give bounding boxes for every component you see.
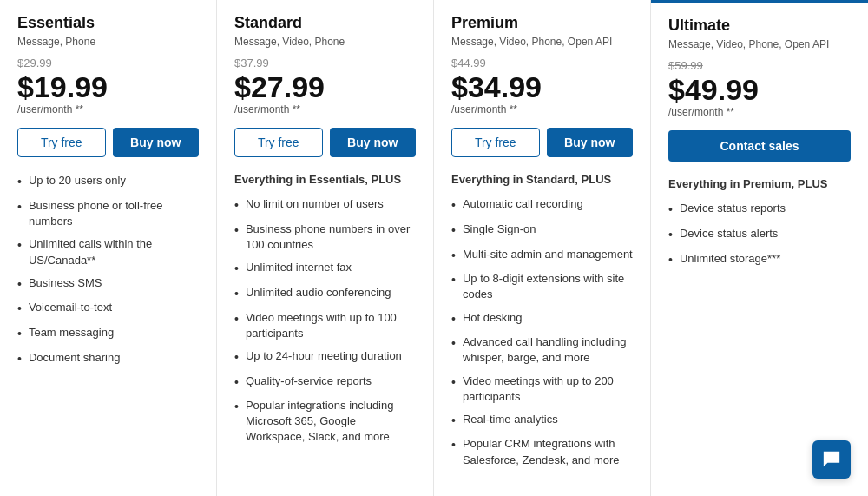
original-price-ultimate: $59.99 [668,59,851,72]
bullet-icon: • [234,197,239,215]
list-item: •Real-time analytics [451,412,633,430]
plan-tagline-premium: Message, Video, Phone, Open API [451,36,633,48]
plan-name-ultimate: Ultimate [668,17,851,35]
bullet-icon: • [234,374,239,392]
plan-col-standard: StandardMessage, Video, Phone$37.99$27.9… [217,0,434,496]
section-label-standard: Everything in Essentials, PLUS [234,173,416,186]
feature-text: Quality-of-service reports [246,374,372,389]
button-row-premium: Try freeBuy now [451,128,633,157]
plan-tagline-ultimate: Message, Video, Phone, Open API [668,38,851,50]
bullet-icon: • [451,437,456,454]
feature-text: Unlimited audio conferencing [246,285,391,301]
feature-text: Unlimited internet fax [246,260,352,275]
feature-text: Up to 24-hour meeting duration [246,348,402,364]
feature-text: Up to 8-digit extensions with site codes [463,271,633,302]
plan-col-essentials: EssentialsMessage, Phone$29.99$19.99/use… [0,0,217,496]
list-item: •Unlimited audio conferencing [234,285,416,303]
feature-text: Popular integrations including Microsoft… [246,398,416,446]
list-item: •Quality-of-service reports [234,374,416,392]
feature-text: Business phone numbers in over 100 count… [246,222,416,253]
price-note-standard: /user/month ** [234,103,416,116]
bullet-icon: • [17,237,22,255]
feature-text: Device status reports [680,201,786,216]
current-price-ultimate: $49.99 [668,74,851,106]
bullet-icon: • [234,311,239,328]
list-item: •Business SMS [17,275,199,294]
bullet-icon: • [451,335,456,353]
bullet-icon: • [234,349,239,367]
feature-text: Advanced call handling including whisper… [463,334,633,366]
plan-tagline-essentials: Message, Phone [17,36,199,48]
feature-list-ultimate: •Device status reports•Device status ale… [668,201,851,268]
plan-name-premium: Premium [451,14,633,32]
plan-name-standard: Standard [234,14,416,32]
original-price-standard: $37.99 [234,56,416,69]
bullet-icon: • [17,301,22,318]
buy-now-button-essentials[interactable]: Buy now [113,128,200,157]
feature-text: Unlimited calls within the US/Canada** [29,236,199,268]
original-price-essentials: $29.99 [17,56,199,69]
list-item: •Business phone or toll-free numbers [17,198,199,229]
list-item: •Business phone numbers in over 100 coun… [234,222,416,253]
feature-text: Automatic call recording [463,196,583,212]
feature-list-standard: •No limit on number of users•Business ph… [234,196,416,445]
list-item: •Up to 8-digit extensions with site code… [451,271,633,302]
feature-text: Hot desking [463,310,523,326]
buy-now-button-standard[interactable]: Buy now [330,128,417,157]
bullet-icon: • [668,227,673,244]
feature-text: Video meetings with up to 200 participan… [463,374,633,405]
feature-text: Team messaging [29,325,114,341]
bullet-icon: • [451,272,456,289]
current-price-essentials: $19.99 [17,71,199,103]
chat-button[interactable] [812,440,851,479]
feature-list-essentials: •Up to 20 users only•Business phone or t… [17,173,199,367]
list-item: •Popular integrations including Microsof… [234,398,416,446]
bullet-icon: • [234,261,239,278]
current-price-premium: $34.99 [451,71,633,103]
bullet-icon: • [451,197,456,215]
list-item: •Single Sign-on [451,222,633,240]
feature-text: Popular CRM integrations with Salesforce… [463,436,633,467]
try-free-button-essentials[interactable]: Try free [17,128,106,157]
contact-sales-button-ultimate[interactable]: Contact sales [668,130,851,162]
feature-text: Device status alerts [680,226,778,241]
feature-text: Multi-site admin and management [463,247,633,262]
feature-text: Single Sign-on [463,222,536,237]
plan-name-essentials: Essentials [17,14,199,32]
feature-text: Video meetings with up to 100 participan… [246,310,416,341]
button-row-essentials: Try freeBuy now [17,128,199,157]
list-item: •Unlimited calls within the US/Canada** [17,236,199,268]
buy-now-button-premium[interactable]: Buy now [547,128,634,157]
bullet-icon: • [17,199,22,216]
list-item: •Up to 20 users only [17,173,199,191]
price-note-premium: /user/month ** [451,103,633,116]
list-item: •Voicemail-to-text [17,300,199,318]
plan-tagline-standard: Message, Video, Phone [234,36,416,48]
bullet-icon: • [234,286,239,303]
try-free-button-premium[interactable]: Try free [451,128,540,157]
list-item: •Advanced call handling including whispe… [451,334,633,366]
feature-text: Document sharing [29,350,121,366]
list-item: •Automatic call recording [451,196,633,215]
bullet-icon: • [668,252,673,269]
button-row-standard: Try freeBuy now [234,128,416,157]
feature-text: Up to 20 users only [29,173,126,188]
bullet-icon: • [451,374,456,392]
feature-text: Unlimited storage*** [680,251,780,267]
section-label-premium: Everything in Standard, PLUS [451,173,633,186]
price-note-essentials: /user/month ** [17,103,199,116]
bullet-icon: • [451,222,456,240]
try-free-button-standard[interactable]: Try free [234,128,323,157]
feature-text: No limit on number of users [246,196,384,212]
bullet-icon: • [451,311,456,328]
pricing-grid: EssentialsMessage, Phone$29.99$19.99/use… [0,0,868,496]
bullet-icon: • [17,174,22,191]
list-item: •Video meetings with up to 200 participa… [451,374,633,405]
list-item: •Unlimited internet fax [234,260,416,278]
bullet-icon: • [17,276,22,294]
section-label-ultimate: Everything in Premium, PLUS [668,177,851,190]
list-item: •No limit on number of users [234,196,416,215]
price-note-ultimate: /user/month ** [668,106,851,118]
bullet-icon: • [451,248,456,265]
feature-text: Real-time analytics [463,412,558,427]
